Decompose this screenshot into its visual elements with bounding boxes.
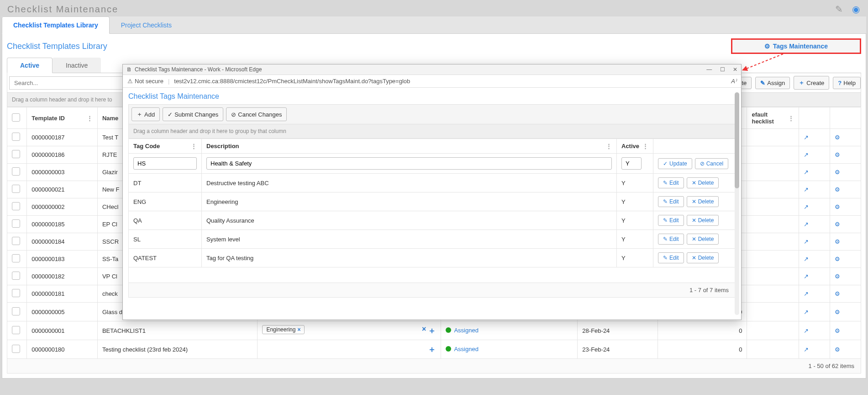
submit-changes-button[interactable]: ✓Submit Changes bbox=[163, 107, 223, 121]
description-input[interactable] bbox=[206, 157, 612, 170]
delete-button[interactable]: ✕ Delete bbox=[687, 215, 719, 226]
open-icon[interactable]: ↗ bbox=[799, 146, 830, 164]
row-checkbox[interactable] bbox=[12, 307, 20, 315]
col-menu-icon[interactable]: ⋮ bbox=[788, 115, 794, 122]
row-checkbox[interactable] bbox=[12, 150, 20, 158]
gear-icon[interactable]: ⚙ bbox=[830, 146, 861, 164]
status-badge[interactable]: Assigned bbox=[446, 346, 478, 352]
open-icon[interactable]: ↗ bbox=[799, 251, 830, 268]
gear-icon[interactable]: ⚙ bbox=[830, 303, 861, 321]
edit-icon[interactable]: ✎ bbox=[835, 4, 844, 14]
row-checkbox[interactable] bbox=[12, 167, 20, 176]
cell-description: Tag for QA testing bbox=[202, 249, 617, 267]
pencil-icon: ✎ bbox=[663, 180, 668, 186]
row-checkbox[interactable] bbox=[12, 345, 20, 353]
edit-button[interactable]: ✎ Edit bbox=[658, 252, 684, 263]
open-icon[interactable]: ↗ bbox=[799, 198, 830, 216]
open-icon[interactable]: ↗ bbox=[799, 340, 830, 359]
tags-maintenance-button[interactable]: ⚙ Tags Maintenance bbox=[731, 38, 861, 54]
gear-icon[interactable]: ⚙ bbox=[830, 268, 861, 285]
row-checkbox[interactable] bbox=[12, 237, 20, 245]
edit-button[interactable]: ✎ Edit bbox=[658, 177, 684, 188]
add-tag-icon[interactable]: ＋ bbox=[428, 344, 436, 355]
col-default[interactable]: efault hecklist bbox=[752, 111, 773, 125]
open-icon[interactable]: ↗ bbox=[799, 216, 830, 233]
add-button[interactable]: ＋Add bbox=[132, 107, 160, 121]
tag-chip[interactable]: Engineering × bbox=[262, 325, 305, 334]
gear-icon[interactable]: ⚙ bbox=[830, 198, 861, 216]
gear-icon[interactable]: ⚙ bbox=[830, 251, 861, 268]
delete-button[interactable]: ✕ Delete bbox=[687, 234, 719, 245]
row-checkbox[interactable] bbox=[12, 133, 20, 141]
gear-icon[interactable]: ⚙ bbox=[830, 233, 861, 251]
row-checkbox[interactable] bbox=[12, 254, 20, 262]
col-menu-icon[interactable]: ⋮ bbox=[606, 143, 612, 149]
tab-inactive[interactable]: Inactive bbox=[53, 58, 101, 73]
gear-icon[interactable]: ⚙ bbox=[830, 340, 861, 359]
cell-description: Engineering bbox=[202, 192, 617, 211]
edit-button[interactable]: ✎ Edit bbox=[658, 234, 684, 245]
open-icon[interactable]: ↗ bbox=[799, 321, 830, 340]
help-button[interactable]: ?Help bbox=[833, 77, 861, 89]
tag-code-input[interactable] bbox=[133, 157, 197, 170]
gear-icon[interactable]: ⚙ bbox=[830, 321, 861, 340]
row-checkbox[interactable] bbox=[12, 289, 20, 297]
row-checkbox[interactable] bbox=[12, 272, 20, 280]
col-menu-icon[interactable]: ⋮ bbox=[642, 143, 648, 149]
gear-icon[interactable]: ⚙ bbox=[830, 164, 861, 181]
create-button[interactable]: ＋Create bbox=[794, 76, 829, 90]
open-icon[interactable]: ↗ bbox=[799, 164, 830, 181]
open-icon[interactable]: ↗ bbox=[799, 233, 830, 251]
open-icon[interactable]: ↗ bbox=[799, 181, 830, 198]
add-tag-icon[interactable]: ＋ bbox=[428, 325, 436, 336]
open-icon[interactable]: ↗ bbox=[799, 285, 830, 303]
assign-icon: ✎ bbox=[760, 80, 765, 86]
open-icon[interactable]: ↗ bbox=[799, 268, 830, 285]
row-checkbox[interactable] bbox=[12, 326, 20, 334]
active-input[interactable] bbox=[621, 157, 642, 170]
user-icon[interactable]: ◉ bbox=[852, 4, 861, 14]
assign-button[interactable]: ✎Assign bbox=[755, 77, 790, 89]
col-menu-icon[interactable]: ⋮ bbox=[87, 115, 93, 122]
cancel-button[interactable]: ⊘Cancel bbox=[695, 158, 728, 169]
tab-project-checklists[interactable]: Project Checklists bbox=[110, 16, 183, 33]
popup-group-hint[interactable]: Drag a column header and drop it here to… bbox=[128, 124, 736, 139]
update-button[interactable]: ✓Update bbox=[658, 158, 692, 169]
col-menu-icon[interactable]: ⋮ bbox=[191, 143, 197, 149]
minimize-icon[interactable]: — bbox=[706, 66, 712, 73]
open-icon[interactable]: ↗ bbox=[799, 129, 830, 146]
tab-active[interactable]: Active bbox=[7, 58, 53, 73]
delete-button[interactable]: ✕ Delete bbox=[687, 177, 719, 188]
col-template-id[interactable]: Template ID bbox=[32, 115, 65, 122]
read-aloud-icon[interactable]: A⁾ bbox=[731, 78, 736, 85]
tab-templates-library[interactable]: Checklist Templates Library bbox=[2, 16, 110, 34]
gear-icon[interactable]: ⚙ bbox=[830, 285, 861, 303]
cell-template-id: 0000000002 bbox=[27, 198, 98, 216]
clear-tags-icon[interactable]: × bbox=[422, 325, 426, 333]
popup-scrollbar[interactable] bbox=[735, 92, 739, 315]
edit-button[interactable]: ✎ Edit bbox=[658, 196, 684, 207]
popup-url[interactable]: test2v12.cmic.ca:8888/cmictest12c/PmChec… bbox=[174, 78, 726, 85]
col-description[interactable]: Description bbox=[206, 143, 239, 149]
status-badge[interactable]: Assigned bbox=[446, 327, 478, 334]
cancel-changes-button[interactable]: ⊘Cancel Changes bbox=[226, 107, 287, 121]
maximize-icon[interactable]: ☐ bbox=[720, 66, 725, 73]
gear-icon[interactable]: ⚙ bbox=[830, 216, 861, 233]
edit-button[interactable]: ✎ Edit bbox=[658, 215, 684, 226]
col-active[interactable]: Active bbox=[621, 143, 639, 149]
gear-icon[interactable]: ⚙ bbox=[830, 129, 861, 146]
remove-tag-icon[interactable]: × bbox=[297, 326, 300, 333]
grid-footer: 1 - 50 of 62 items bbox=[7, 359, 861, 374]
row-checkbox[interactable] bbox=[12, 202, 20, 210]
row-checkbox[interactable] bbox=[12, 185, 20, 193]
select-all-checkbox[interactable] bbox=[12, 113, 20, 122]
open-icon[interactable]: ↗ bbox=[799, 303, 830, 321]
delete-button[interactable]: ✕ Delete bbox=[687, 252, 719, 263]
not-secure-label: Not secure bbox=[135, 78, 163, 85]
col-name[interactable]: Name bbox=[102, 115, 118, 122]
gear-icon[interactable]: ⚙ bbox=[830, 181, 861, 198]
row-checkbox[interactable] bbox=[12, 219, 20, 228]
close-icon[interactable]: ✕ bbox=[733, 66, 737, 73]
col-tag-code[interactable]: Tag Code bbox=[133, 143, 160, 149]
delete-button[interactable]: ✕ Delete bbox=[687, 196, 719, 207]
